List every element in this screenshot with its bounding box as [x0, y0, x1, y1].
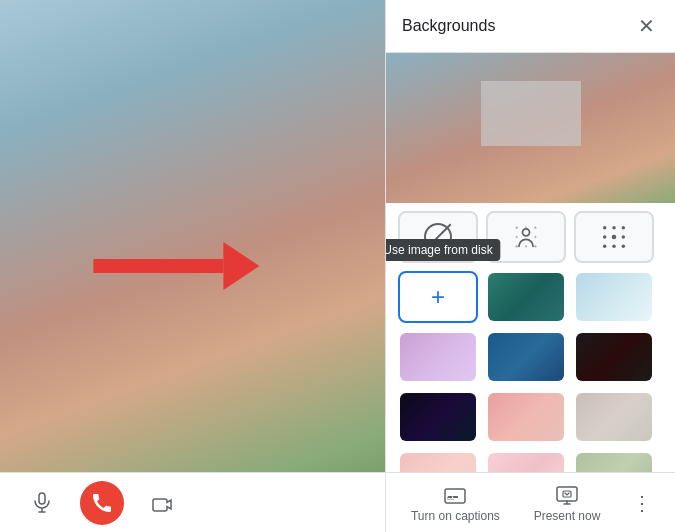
svg-point-5	[525, 227, 527, 229]
bottom-controls	[0, 472, 385, 532]
preview-area	[386, 53, 675, 203]
end-call-button[interactable]	[80, 481, 124, 525]
thumb-teal	[488, 273, 564, 321]
camera-icon	[150, 491, 174, 515]
svg-point-1	[516, 227, 518, 229]
thumb-greenhouse	[576, 453, 652, 472]
camera-button[interactable]	[140, 481, 184, 525]
svg-point-4	[534, 245, 536, 247]
background-thumb-flowers[interactable]	[486, 391, 566, 443]
svg-point-16	[612, 245, 616, 249]
svg-point-17	[622, 245, 626, 249]
svg-point-10	[612, 226, 616, 230]
plus-icon: +	[431, 285, 445, 309]
svg-point-15	[603, 245, 607, 249]
panel-bottom-bar: CC Turn on captions Present now ⋮	[386, 472, 675, 532]
svg-rect-25	[39, 493, 45, 504]
panel-header: Backgrounds ✕	[386, 0, 675, 53]
grid-row-4	[398, 391, 663, 443]
captions-button[interactable]: CC Turn on captions	[399, 477, 512, 529]
svg-point-12	[603, 235, 607, 239]
more-icon: ⋮	[632, 491, 652, 515]
upload-image-btn[interactable]: +	[398, 271, 478, 323]
thumb-fireworks	[400, 393, 476, 441]
end-call-icon	[90, 491, 114, 515]
svg-point-8	[525, 245, 527, 247]
svg-point-13	[612, 235, 617, 240]
blur-background-btn[interactable]	[486, 211, 566, 263]
blur-more-icon	[600, 223, 628, 251]
grid-row-2: Use image from disk +	[398, 271, 663, 323]
present-now-button[interactable]: Present now	[522, 477, 613, 529]
panel-title: Backgrounds	[402, 17, 495, 35]
background-thumb-dark[interactable]	[574, 331, 654, 383]
background-thumb-greenhouse[interactable]	[574, 451, 654, 472]
preview-blur-overlay	[481, 81, 581, 146]
background-thumb-purple[interactable]	[398, 331, 478, 383]
grid-row-3	[398, 331, 663, 383]
present-icon	[555, 483, 579, 507]
svg-rect-23	[557, 487, 577, 501]
svg-point-7	[534, 236, 536, 238]
background-thumb-pink2[interactable]	[486, 451, 566, 472]
background-thumb-marble[interactable]	[574, 391, 654, 443]
thumb-marble	[576, 393, 652, 441]
video-area	[0, 0, 385, 532]
more-options-button[interactable]: ⋮	[622, 483, 662, 523]
blur-more-btn[interactable]	[574, 211, 654, 263]
mic-icon	[30, 491, 54, 515]
mic-button[interactable]	[20, 481, 64, 525]
svg-point-9	[603, 226, 607, 230]
thumb-pink2	[488, 453, 564, 472]
background-thumb-sky[interactable]	[574, 271, 654, 323]
thumb-dark	[576, 333, 652, 381]
svg-point-11	[622, 226, 626, 230]
svg-point-2	[534, 227, 536, 229]
svg-point-0	[523, 229, 530, 236]
svg-point-14	[622, 235, 626, 239]
captions-icon: CC	[443, 483, 467, 507]
thumb-sky	[576, 273, 652, 321]
blur-person-icon	[512, 223, 540, 251]
svg-point-6	[516, 236, 518, 238]
video-background	[0, 0, 385, 532]
present-label: Present now	[534, 509, 601, 523]
background-thumb-ocean[interactable]	[486, 331, 566, 383]
upload-tooltip-wrapper: Use image from disk +	[398, 271, 478, 323]
svg-text:CC: CC	[447, 495, 455, 501]
no-background-btn[interactable]	[398, 211, 478, 263]
thumb-ocean	[488, 333, 564, 381]
captions-label: Turn on captions	[411, 509, 500, 523]
thumb-purple	[400, 333, 476, 381]
close-button[interactable]: ✕	[634, 12, 659, 40]
background-thumb-fireworks[interactable]	[398, 391, 478, 443]
svg-point-3	[516, 245, 518, 247]
backgrounds-grid: Use image from disk +	[386, 203, 675, 472]
backgrounds-panel: Backgrounds ✕	[385, 0, 675, 532]
grid-row-5	[398, 451, 663, 472]
grid-row-icons	[398, 211, 663, 263]
no-background-icon	[424, 223, 452, 251]
thumb-flowers	[488, 393, 564, 441]
background-thumb-pink[interactable]	[398, 451, 478, 472]
thumb-pink	[400, 453, 476, 472]
background-thumb-teal[interactable]	[486, 271, 566, 323]
svg-rect-24	[563, 491, 571, 497]
